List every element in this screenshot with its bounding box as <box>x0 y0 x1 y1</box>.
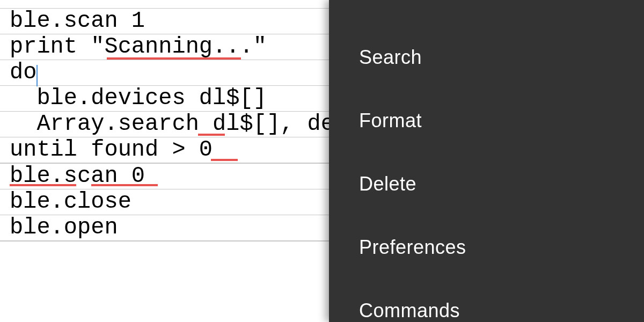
code-text: ble.open <box>10 215 118 240</box>
code-text: ble.devices dl$[] <box>10 85 267 111</box>
menu-item-search[interactable]: Search <box>329 26 644 89</box>
menu-item-commands[interactable]: Commands <box>329 279 644 322</box>
menu-item-format[interactable]: Format <box>329 89 644 152</box>
menu-item-preferences[interactable]: Preferences <box>329 216 644 279</box>
text-cursor <box>36 65 38 86</box>
code-text: Array.search dl$[], dev$ <box>10 111 361 137</box>
code-text: ble.open <box>10 0 118 1</box>
menu-item-delete[interactable]: Delete <box>329 152 644 216</box>
code-text: print "Scanning..." <box>10 34 267 60</box>
code-text: until found > 0 <box>10 137 213 163</box>
code-text: do <box>10 60 36 85</box>
code-text: ble.close <box>10 189 131 215</box>
code-text: ble.scan 1 <box>10 8 145 34</box>
code-text: ble.scan 0 <box>10 163 145 189</box>
overflow-menu: Search Format Delete Preferences Command… <box>329 0 644 322</box>
